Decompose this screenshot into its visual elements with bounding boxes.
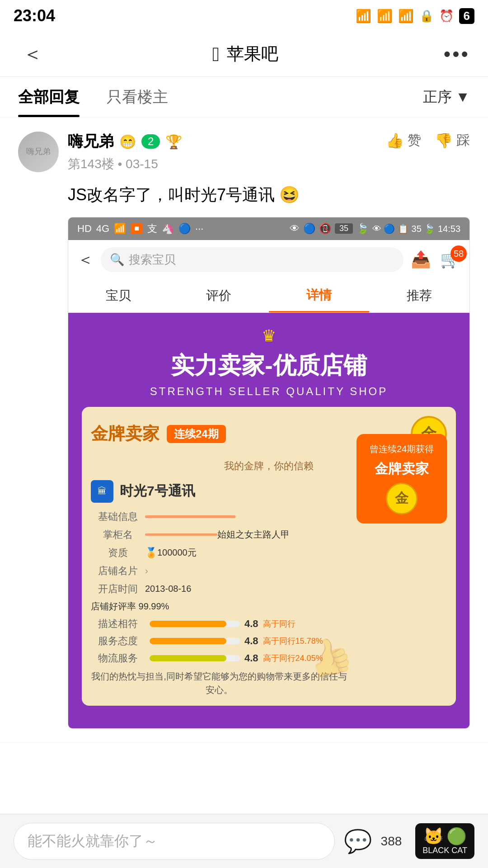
more-button[interactable]: ••• [444,43,470,66]
inner-status-bar: HD 4G 📶 ■ 支 🦄 🔵 ··· 👁 🔵 📵 35 🍃 👁 🔵 📋 35 … [68,217,469,240]
post-text: JS改名字了，叫时光7号通讯 😆 [68,182,470,208]
filter-tab-bar: 全部回复 只看楼主 正序 ▼ [0,77,488,118]
nav-bar: ＜  苹果吧 ••• [0,32,488,77]
cart-count: 58 [450,245,467,262]
scratch-line2 [145,533,217,536]
share-icon[interactable]: 📤 [411,250,431,269]
back-button[interactable]: ＜ [18,36,47,72]
alarm-icon: ⏰ [439,9,454,23]
inner-search-bar: ＜ 🔍 搜索宝贝 📤 🛒 58 [68,240,469,279]
battery-badge: 6 [459,8,474,24]
gold-seller-card: 金牌卖家 连续24期 金 我的金牌，你的信赖 🏛 时光7号通讯 基础信息 [82,407,456,706]
cart-button[interactable]: 🛒 58 [440,250,460,269]
open-row: 开店时间 2013-08-16 [91,582,447,596]
rating-logistics: 物流服务 4.8 高于同行24.05% [91,651,447,665]
inner-search-input[interactable]: 🔍 搜索宝贝 [101,247,404,272]
post-floor-date: 第143楼 • 03-15 [68,156,182,173]
right-seller-card: 曾连续24期获得 金牌卖家 金 [357,434,447,524]
inner-tab-item[interactable]: 宝贝 [68,280,169,311]
wifi-icon: 📶 [398,9,414,24]
inner-tab-detail[interactable]: 详情 [269,279,369,312]
like-button[interactable]: 👍 赞 [386,131,421,150]
black-cat-button[interactable]: 🐱 🟢 BLACK CAT [415,823,474,859]
crown-icon: ♛ [77,326,460,345]
black-cat-label: BLACK CAT [422,846,467,855]
screenshot-image: HD 4G 📶 ■ 支 🦄 🔵 ··· 👁 🔵 📵 35 🍃 👁 🔵 📋 35 … [68,217,470,729]
tab-op-only[interactable]: 只看楼主 [107,77,168,117]
rating-service: 服务态度 4.8 高于同行15.78% [91,634,447,648]
bottom-bar: 能不能火就靠你了～ 💬 388 🐱 🟢 BLACK CAT [0,814,488,868]
apple-icon:  [212,43,220,66]
lock-icon: 🔒 [419,9,434,23]
search-icon: 🔍 [110,253,124,267]
user-meta: 嗨兄弟 😁 2 🏆 第143楼 • 03-15 [68,131,182,173]
status-icons: 📶 📶 📶 🔒 ⏰ 6 [356,8,474,24]
signal-icon: 📶 [356,9,371,24]
inner-tab-recommend[interactable]: 推荐 [369,280,469,311]
quality-row: 资质 🏅 100000元 [91,546,447,560]
comment-input[interactable]: 能不能火就靠你了～ [14,823,335,860]
status-time: 23:04 [14,6,55,25]
post-actions: 👍 赞 👎 踩 [386,131,470,150]
sort-button[interactable]: 正序 ▼ [423,87,470,107]
consecutive-badge: 连续24期 [167,425,226,443]
nav-title:  苹果吧 [212,42,278,66]
rating-desc: 描述相符 4.8 高于同行 [91,617,447,631]
dislike-button[interactable]: 👎 踩 [435,131,470,150]
rating-bar-desc [150,621,226,627]
shop-banner-subtitle: STRENGTH SELLER QUALITY SHOP [77,385,460,398]
smile-emoji: 😁 [119,134,136,150]
post-item: 嗨兄弟 嗨兄弟 😁 2 🏆 第143楼 • 03-15 [0,118,488,743]
inner-tab-review[interactable]: 评价 [169,280,269,311]
bottom-trust-text: 我们的热忱与担当,同时希望它能够为您的购物带来更多的信任与安心。 [91,670,447,697]
shop-name: 时光7号通讯 [120,482,195,500]
scratch-line1 [145,515,235,518]
rating-bar-logistics [150,655,226,661]
inner-back-button[interactable]: ＜ [77,249,94,271]
username: 嗨兄弟 [68,131,114,152]
gold-title: 金牌卖家 [91,422,160,445]
right-medal: 金 [386,483,418,514]
chevron-down-icon: ▼ [455,89,470,105]
thumbs-up-icon: 👍 [386,132,404,149]
rate-row: 店铺好评率 99.99% [91,600,447,613]
cat-icon: 🐱 [423,827,444,846]
rating-bar-service [150,638,226,644]
username-row: 嗨兄弟 😁 2 🏆 [68,131,182,152]
message-icon[interactable]: 💬 [344,828,372,854]
status-bar: 23:04 📶 📶 📶 🔒 ⏰ 6 [0,0,488,32]
user-info: 嗨兄弟 嗨兄弟 😁 2 🏆 第143楼 • 03-15 [18,131,182,173]
post-content: JS改名字了，叫时光7号通讯 😆 HD 4G 📶 ■ 支 🦄 🔵 ··· 👁 🔵 [68,182,470,729]
post-header: 嗨兄弟 嗨兄弟 😁 2 🏆 第143楼 • 03-15 [18,131,470,173]
trophy-emoji: 🏆 [165,134,182,150]
level-badge: 2 [141,134,160,149]
signal-icon2: 📶 [377,9,393,24]
owner-row: 掌柜名 始姐之女主路人甲 [91,528,447,542]
thumbs-down-icon: 👎 [435,132,453,149]
shop-banner-title: 实力卖家-优质店铺 [77,350,460,382]
comment-count: 388 [381,834,402,849]
shop-banner: ♛ 实力卖家-优质店铺 STRENGTH SELLER QUALITY SHOP… [68,313,469,728]
page-title: 苹果吧 [227,42,278,66]
shop-logo: 🏛 [91,480,113,503]
tab-all-replies[interactable]: 全部回复 [18,77,80,117]
inner-tab-bar: 宝贝 评价 详情 推荐 [68,279,469,313]
avatar: 嗨兄弟 [18,132,59,172]
green-dot: 🟢 [446,827,467,846]
card-row: 店铺名片 › [91,564,447,578]
